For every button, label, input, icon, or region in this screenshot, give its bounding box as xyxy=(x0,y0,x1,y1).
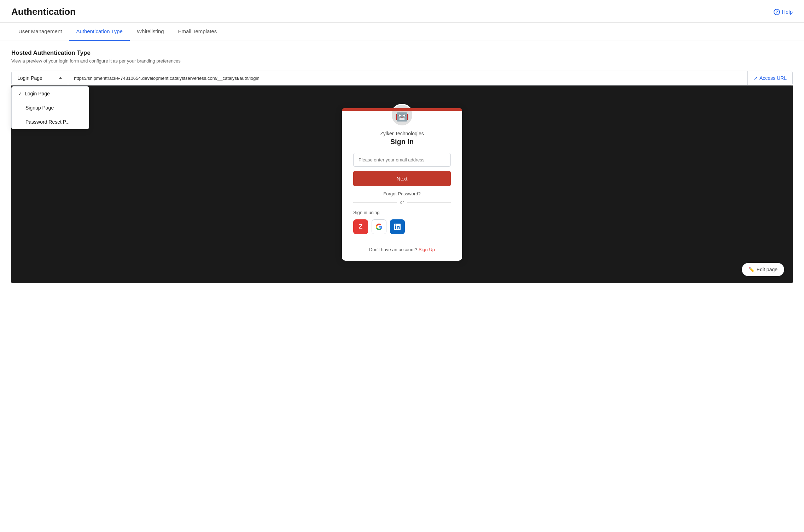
company-name: Zylker Technologies xyxy=(380,131,424,136)
avatar: 🤖 xyxy=(391,104,413,126)
help-link[interactable]: ? Help xyxy=(774,9,793,15)
sign-in-using-label: Sign in using xyxy=(353,210,379,215)
url-bar: Login Page https://shipmenttracke-743106… xyxy=(11,71,793,85)
url-container: Login Page https://shipmenttracke-743106… xyxy=(11,71,793,85)
dropdown-item-password-reset[interactable]: Password Reset P... xyxy=(12,115,89,129)
zoho-login-button[interactable]: Z xyxy=(353,219,368,234)
tabs-bar: User Management Authentication Type Whit… xyxy=(0,23,804,41)
email-input[interactable] xyxy=(353,153,451,167)
sign-in-title: Sign In xyxy=(390,138,414,146)
dropdown-item-signup-page[interactable]: Signup Page xyxy=(12,101,89,115)
preview-area: 🤖 Zylker Technologies Sign In Next Forgo… xyxy=(11,85,793,283)
url-value: https://shipmenttracke-74310654.developm… xyxy=(68,71,747,85)
or-text: or xyxy=(400,200,404,205)
dropdown-item-label: Password Reset P... xyxy=(25,119,70,125)
dropdown-item-login-page[interactable]: Login Page xyxy=(12,87,89,101)
page-title: Authentication xyxy=(11,6,76,17)
pencil-icon: ✏️ xyxy=(748,267,755,272)
dropdown-selected-label: Login Page xyxy=(17,75,42,81)
or-line-left xyxy=(353,202,397,203)
tab-email-templates[interactable]: Email Templates xyxy=(171,23,224,41)
dropdown-menu: Login Page Signup Page Password Reset P.… xyxy=(11,86,89,129)
tab-whitelisting[interactable]: Whitelisting xyxy=(130,23,171,41)
dropdown-item-label: Login Page xyxy=(25,91,50,96)
edit-page-button[interactable]: ✏️ Edit page xyxy=(742,263,784,276)
login-card: 🤖 Zylker Technologies Sign In Next Forgo… xyxy=(342,108,462,261)
or-divider: or xyxy=(353,200,451,205)
section-title: Hosted Authentication Type xyxy=(11,49,793,57)
access-url-label: Access URL xyxy=(759,75,787,81)
edit-page-label: Edit page xyxy=(757,267,777,272)
social-icons: Z xyxy=(353,219,405,234)
card-header-bar xyxy=(342,108,462,111)
tab-authentication-type[interactable]: Authentication Type xyxy=(69,23,129,41)
or-line-right xyxy=(407,202,451,203)
section-subtitle: View a preview of your login form and co… xyxy=(11,58,793,64)
page-header: Authentication ? Help xyxy=(0,0,804,23)
tab-user-management[interactable]: User Management xyxy=(11,23,69,41)
dropdown-item-label: Signup Page xyxy=(25,105,54,111)
no-account-text: Don't have an account? Sign Up xyxy=(369,247,435,252)
help-label: Help xyxy=(782,9,793,15)
next-button[interactable]: Next xyxy=(353,171,451,186)
sign-up-link[interactable]: Sign Up xyxy=(419,247,435,252)
google-login-button[interactable] xyxy=(372,219,386,234)
content-area: Hosted Authentication Type View a previe… xyxy=(0,41,804,283)
access-url-button[interactable]: ↗ Access URL xyxy=(747,71,792,85)
page-type-dropdown[interactable]: Login Page xyxy=(12,71,68,85)
linkedin-login-button[interactable] xyxy=(390,219,405,234)
chevron-up-icon xyxy=(59,77,62,79)
help-icon: ? xyxy=(774,9,780,15)
forgot-password-link[interactable]: Forgot Password? xyxy=(383,191,421,196)
external-link-icon: ↗ xyxy=(753,75,758,81)
preview-wrapper: 🤖 Zylker Technologies Sign In Next Forgo… xyxy=(11,85,793,283)
